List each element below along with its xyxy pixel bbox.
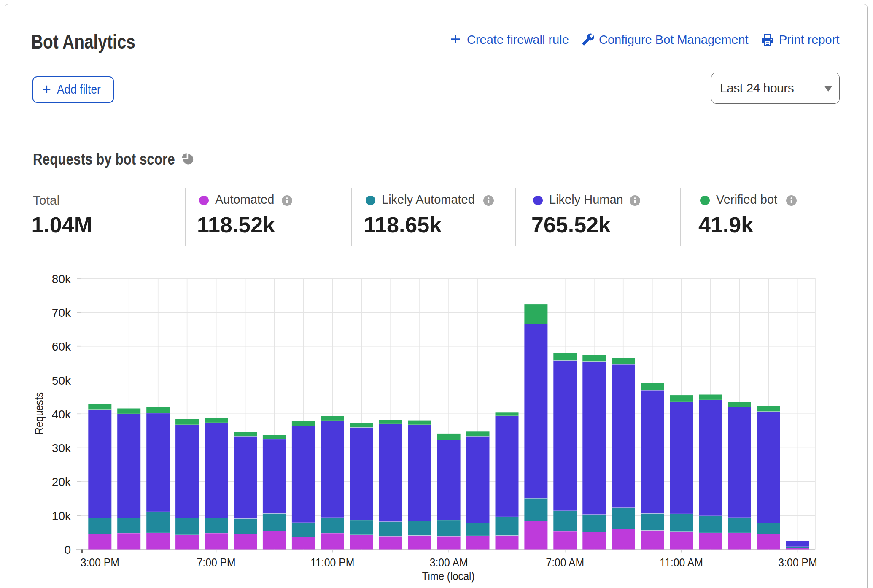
svg-text:7:00 AM: 7:00 AM (546, 556, 584, 569)
svg-text:Time (local): Time (local) (422, 569, 475, 583)
svg-text:3:00 PM: 3:00 PM (81, 556, 119, 569)
svg-text:20k: 20k (52, 475, 71, 488)
svg-text:3:00 PM: 3:00 PM (778, 556, 817, 569)
svg-text:50k: 50k (52, 374, 71, 387)
svg-text:11:00 AM: 11:00 AM (660, 556, 703, 569)
svg-text:7:00 PM: 7:00 PM (197, 556, 235, 569)
svg-text:60k: 60k (52, 340, 71, 353)
svg-text:70k: 70k (52, 306, 71, 319)
svg-text:30k: 30k (52, 442, 71, 455)
svg-text:0: 0 (64, 543, 71, 556)
svg-text:Requests: Requests (32, 392, 46, 434)
svg-text:40k: 40k (52, 408, 71, 421)
svg-text:3:00 AM: 3:00 AM (430, 556, 468, 569)
svg-text:80k: 80k (52, 272, 71, 286)
svg-text:10k: 10k (52, 510, 71, 523)
svg-text:11:00 PM: 11:00 PM (310, 556, 354, 569)
